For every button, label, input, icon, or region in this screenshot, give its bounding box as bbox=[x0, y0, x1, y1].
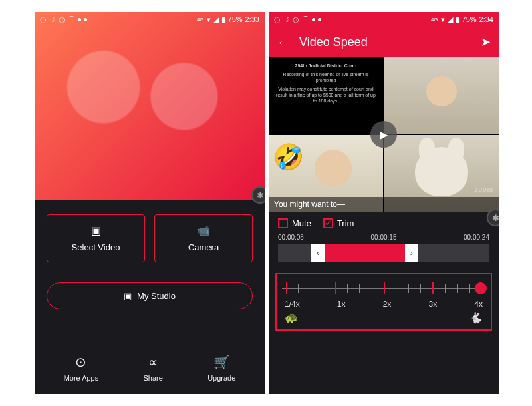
select-video-label: Select Video bbox=[72, 242, 120, 252]
wifi-icon: ▾ bbox=[441, 15, 445, 24]
play-button[interactable]: ▶ bbox=[370, 121, 397, 148]
notice-line: Violation may constitute contempt of cou… bbox=[274, 86, 378, 104]
mute-label: Mute bbox=[292, 218, 311, 228]
clock: 2:34 bbox=[479, 15, 493, 23]
notif-icon: ◎ bbox=[293, 15, 299, 24]
speed-ruler[interactable] bbox=[282, 281, 485, 296]
hero-image: ✱ bbox=[35, 12, 265, 200]
nav-share[interactable]: ∝ Share bbox=[144, 354, 163, 382]
network-label: 4G bbox=[431, 17, 438, 23]
speed-option[interactable]: 4x bbox=[474, 300, 483, 309]
trim-handle-right[interactable]: › bbox=[405, 244, 418, 262]
preview-cell-notice: 294th Judicial District Court Recording … bbox=[269, 57, 383, 134]
speed-option[interactable]: 3x bbox=[428, 300, 437, 309]
time-end: 00:00:24 bbox=[464, 234, 489, 241]
dot-icon bbox=[78, 18, 81, 21]
signal-icon: ◢ bbox=[213, 15, 219, 24]
notif-icon: ⌒ bbox=[68, 15, 75, 25]
camera-icon: 📹 bbox=[197, 224, 210, 237]
status-bar: ◌ ☽ ◎ ⌒ 4G ▾ ◢ ▮ 75% 2:33 bbox=[35, 12, 265, 27]
notif-icon: ◎ bbox=[59, 15, 65, 24]
speed-option[interactable]: 1x bbox=[337, 300, 346, 309]
my-studio-label: My Studio bbox=[137, 291, 176, 301]
clock: 2:33 bbox=[245, 15, 259, 23]
nav-upgrade[interactable]: 🛒 Upgrade bbox=[207, 354, 235, 382]
bottom-nav: ⊙ More Apps ∝ Share 🛒 Upgrade bbox=[35, 345, 265, 394]
cart-icon: 🛒 bbox=[213, 354, 230, 370]
notif-icon: ◌ bbox=[274, 15, 281, 24]
checkbox-checked-icon: ✔ bbox=[323, 218, 333, 228]
trim-selection bbox=[325, 244, 405, 262]
video-file-icon: ▣ bbox=[91, 224, 101, 237]
shutter-icon: ✱ bbox=[251, 186, 265, 204]
speed-option[interactable]: 2x bbox=[383, 300, 392, 309]
select-video-button[interactable]: ▣ Select Video bbox=[47, 214, 145, 262]
page-title: Video Speed bbox=[299, 35, 471, 49]
notice-line: Recording of this hearing or live stream… bbox=[274, 71, 378, 83]
back-icon[interactable]: ← bbox=[277, 35, 290, 50]
laughing-emoji-icon: 🤣 bbox=[273, 142, 304, 172]
zoom-watermark: zoom bbox=[475, 186, 493, 193]
wifi-icon: ▾ bbox=[207, 15, 211, 24]
video-speed-screen: ◌ ☽ ◎ ⌒ 4G ▾ ◢ ▮ 75% 2:34 ← Video Speed … bbox=[269, 12, 499, 394]
trim-label: Trim bbox=[337, 218, 354, 228]
notice-header: 294th Judicial District Court bbox=[274, 63, 378, 69]
battery-pct: 75% bbox=[462, 15, 477, 23]
status-bar: ◌ ☽ ◎ ⌒ 4G ▾ ◢ ▮ 75% 2:34 bbox=[269, 12, 499, 27]
nav-label: More Apps bbox=[64, 374, 99, 382]
mute-checkbox[interactable]: Mute bbox=[278, 218, 311, 228]
trim-slider[interactable]: ‹ › bbox=[278, 244, 489, 262]
battery-icon: ▮ bbox=[456, 15, 460, 24]
time-start: 00:00:08 bbox=[278, 234, 304, 241]
send-icon[interactable]: ➤ bbox=[481, 35, 491, 49]
rabbit-icon: 🐇 bbox=[469, 311, 483, 324]
speed-option[interactable]: 1/4x bbox=[285, 300, 300, 309]
home-screen: ◌ ☽ ◎ ⌒ 4G ▾ ◢ ▮ 75% 2:33 ✱ ▣ S bbox=[35, 12, 265, 394]
notif-icon: ◌ bbox=[40, 15, 47, 24]
title-bar: ← Video Speed ➤ bbox=[269, 27, 499, 57]
dot-icon bbox=[84, 18, 87, 21]
more-icon: ⊙ bbox=[75, 354, 86, 370]
studio-icon: ▣ bbox=[124, 291, 132, 301]
battery-pct: 75% bbox=[228, 15, 243, 23]
video-preview[interactable]: 294th Judicial District Court Recording … bbox=[269, 57, 499, 212]
battery-icon: ▮ bbox=[221, 15, 225, 24]
preview-cell-participant bbox=[384, 57, 499, 134]
my-studio-button[interactable]: ▣ My Studio bbox=[47, 282, 253, 309]
video-caption: You might want to— bbox=[269, 197, 499, 212]
notif-icon: ⌒ bbox=[302, 15, 309, 25]
nav-more-apps[interactable]: ⊙ More Apps bbox=[64, 354, 99, 382]
turtle-icon: 🐢 bbox=[285, 311, 298, 324]
camera-label: Camera bbox=[188, 242, 219, 252]
time-row: 00:00:08 00:00:15 00:00:24 bbox=[278, 234, 489, 241]
nav-label: Upgrade bbox=[207, 374, 235, 382]
speed-selector: 1/4x 1x 2x 3x 4x 🐢 🐇 bbox=[275, 273, 492, 331]
dot-icon bbox=[312, 18, 315, 21]
cat-filter-icon bbox=[415, 147, 468, 196]
signal-icon: ◢ bbox=[448, 15, 453, 24]
moon-icon: ☽ bbox=[49, 15, 56, 24]
trim-checkbox[interactable]: ✔ Trim bbox=[323, 218, 354, 228]
time-mid: 00:00:15 bbox=[371, 234, 397, 241]
network-label: 4G bbox=[197, 17, 204, 23]
nav-label: Share bbox=[144, 374, 163, 382]
share-icon: ∝ bbox=[148, 354, 158, 370]
moon-icon: ☽ bbox=[283, 15, 290, 24]
camera-button[interactable]: 📹 Camera bbox=[154, 214, 253, 262]
trim-handle-left[interactable]: ‹ bbox=[311, 244, 325, 262]
speed-labels: 1/4x 1x 2x 3x 4x bbox=[282, 300, 485, 309]
checkbox-icon bbox=[278, 218, 288, 228]
dot-icon bbox=[318, 18, 321, 21]
speed-knob[interactable] bbox=[475, 282, 487, 294]
